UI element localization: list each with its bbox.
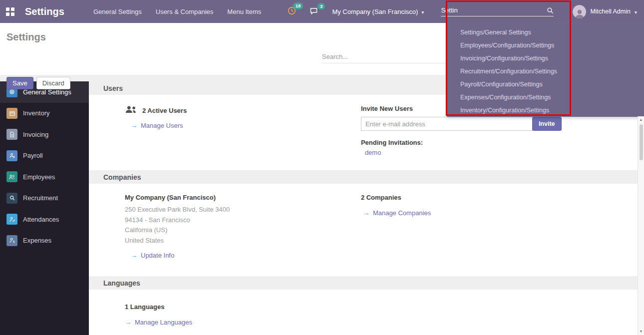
section-header-companies: Companies bbox=[89, 170, 644, 184]
arrow-right-icon bbox=[125, 319, 131, 326]
settings-main-pane: Users 2 Active Users Manage Users Invite… bbox=[89, 81, 644, 335]
section-companies: My Company (San Francisco) 250 Executive… bbox=[89, 184, 644, 276]
chevron-down-icon bbox=[635, 8, 637, 15]
expenses-dollar-icon: $ bbox=[6, 235, 17, 246]
navbar-search-input[interactable] bbox=[441, 6, 547, 14]
arrow-right-icon bbox=[363, 209, 369, 217]
content-search bbox=[322, 53, 449, 63]
section-header-languages: Languages bbox=[89, 276, 644, 290]
magnifier-icon bbox=[6, 193, 17, 204]
activity-count-badge: 18 bbox=[293, 2, 304, 9]
sidebar-item-label: Expenses bbox=[23, 237, 51, 244]
invite-email-input[interactable] bbox=[361, 117, 533, 131]
search-suggestion-item[interactable]: Expenses/Configuration/Settings bbox=[447, 91, 644, 104]
app-menu: General Settings Users & Companies Menu … bbox=[86, 0, 268, 23]
user-menu-button[interactable]: Mitchell Admin bbox=[566, 5, 644, 18]
employees-people-icon bbox=[6, 171, 17, 182]
address-line: United States bbox=[125, 236, 361, 246]
user-name-label: Mitchell Admin bbox=[590, 8, 631, 15]
arrow-right-icon bbox=[131, 122, 137, 129]
users-group-icon bbox=[125, 105, 138, 116]
sidebar-item-payroll[interactable]: Payroll bbox=[0, 145, 89, 167]
manage-companies-link[interactable]: Manage Companies bbox=[363, 209, 431, 217]
discard-button[interactable]: Discard bbox=[36, 77, 70, 89]
pending-invitations-label: Pending Invitations: bbox=[361, 139, 644, 146]
sidebar-item-invoicing[interactable]: Invoicing bbox=[0, 124, 89, 145]
top-navbar: Settings General Settings Users & Compan… bbox=[0, 0, 644, 23]
header-actions: Save Discard bbox=[6, 77, 70, 89]
sidebar-item-label: Employees bbox=[23, 173, 55, 181]
odoo-settings-screen: Settings General Settings Users & Compan… bbox=[0, 0, 644, 335]
sidebar-item-label: Invoicing bbox=[23, 131, 48, 138]
sidebar-item-recruitment[interactable]: Recruitment bbox=[0, 188, 89, 209]
arrow-right-icon bbox=[131, 252, 137, 259]
save-button[interactable]: Save bbox=[6, 77, 33, 89]
search-suggestions-panel: Settings/General Settings Employees/Conf… bbox=[447, 23, 644, 117]
page-title: Settings bbox=[6, 31, 46, 43]
section-languages: 1 Languages Manage Languages bbox=[89, 290, 644, 326]
content-search-input[interactable] bbox=[322, 53, 449, 63]
sidebar-item-attendances[interactable]: Attendances bbox=[0, 209, 89, 230]
systray: 18 3 My Company (San Francisco) bbox=[288, 5, 644, 18]
languages-count: 1 Languages bbox=[125, 303, 361, 311]
sidebar-item-label: Inventory bbox=[23, 109, 49, 117]
sidebar-item-employees[interactable]: Employees bbox=[0, 166, 89, 188]
menu-general-settings[interactable]: General Settings bbox=[86, 0, 149, 23]
message-count-badge: 3 bbox=[318, 3, 325, 10]
address-line: 250 Executive Park Blvd, Suite 3400 bbox=[125, 205, 361, 215]
user-avatar bbox=[573, 5, 586, 18]
navbar-search bbox=[441, 6, 566, 16]
company-switcher-label: My Company (San Francisco) bbox=[332, 8, 418, 15]
scroll-down-icon[interactable] bbox=[638, 329, 644, 334]
chat-bubble-icon bbox=[310, 7, 318, 16]
active-users-count: 2 Active Users bbox=[142, 107, 187, 114]
search-suggestion-item[interactable]: Payroll/Configuration/Settings bbox=[447, 78, 644, 91]
search-suggestion-item[interactable]: Settings/General Settings bbox=[447, 26, 644, 39]
sidebar-item-label: Attendances bbox=[23, 216, 59, 223]
address-line: 94134 - San Francisco bbox=[125, 215, 361, 226]
sidebar-item-expenses[interactable]: $ Expenses bbox=[0, 230, 89, 252]
search-suggestion-item[interactable]: Invoicing/Configuration/Settings bbox=[447, 52, 644, 65]
company-switcher-button[interactable]: My Company (San Francisco) bbox=[332, 8, 424, 15]
messages-systray-button[interactable]: 3 bbox=[310, 7, 318, 16]
sidebar-item-label: Payroll bbox=[23, 152, 43, 159]
manage-languages-link[interactable]: Manage Languages bbox=[125, 319, 192, 326]
settings-sidebar: General Settings Inventory Invoicing Pay… bbox=[0, 81, 89, 335]
search-icon[interactable] bbox=[547, 7, 554, 14]
payroll-person-icon bbox=[6, 150, 17, 161]
pending-user-link[interactable]: demo bbox=[365, 149, 381, 156]
search-suggestion-item[interactable]: Inventory/Configuration/Settings bbox=[447, 104, 644, 117]
companies-count: 2 Companies bbox=[361, 194, 644, 201]
invoice-document-icon bbox=[6, 129, 17, 140]
update-info-link[interactable]: Update Info bbox=[131, 252, 174, 259]
activity-systray-button[interactable]: 18 bbox=[288, 6, 296, 16]
sidebar-item-inventory[interactable]: Inventory bbox=[0, 103, 89, 124]
sidebar-item-label: General Settings bbox=[23, 88, 71, 96]
company-name: My Company (San Francisco) bbox=[125, 194, 361, 201]
vertical-scrollbar[interactable] bbox=[638, 116, 644, 335]
apps-menu-button[interactable] bbox=[6, 7, 14, 16]
invite-button[interactable]: Invite bbox=[532, 117, 562, 131]
attendance-check-icon bbox=[6, 214, 17, 225]
company-address: 250 Executive Park Blvd, Suite 3400 9413… bbox=[125, 205, 361, 246]
address-line: California (US) bbox=[125, 225, 361, 236]
chevron-down-icon bbox=[421, 8, 424, 15]
search-suggestion-item[interactable]: Employees/Configuration/Settings bbox=[447, 39, 644, 52]
apps-grid-icon bbox=[6, 7, 14, 16]
scroll-up-icon[interactable] bbox=[638, 117, 644, 122]
content-area: General Settings Inventory Invoicing Pay… bbox=[0, 81, 644, 335]
app-title: Settings bbox=[25, 6, 64, 17]
box-icon bbox=[6, 108, 17, 119]
manage-users-link[interactable]: Manage Users bbox=[131, 122, 183, 129]
menu-users-companies[interactable]: Users & Companies bbox=[149, 0, 221, 23]
sidebar-item-label: Recruitment bbox=[23, 194, 58, 202]
svg-text:$: $ bbox=[12, 240, 14, 243]
menu-menu-items[interactable]: Menu Items bbox=[220, 0, 268, 23]
scrollbar-thumb[interactable] bbox=[640, 124, 643, 160]
navbar-search-field bbox=[441, 6, 554, 16]
search-suggestion-item[interactable]: Recruitment/Configuration/Settings bbox=[447, 65, 644, 78]
